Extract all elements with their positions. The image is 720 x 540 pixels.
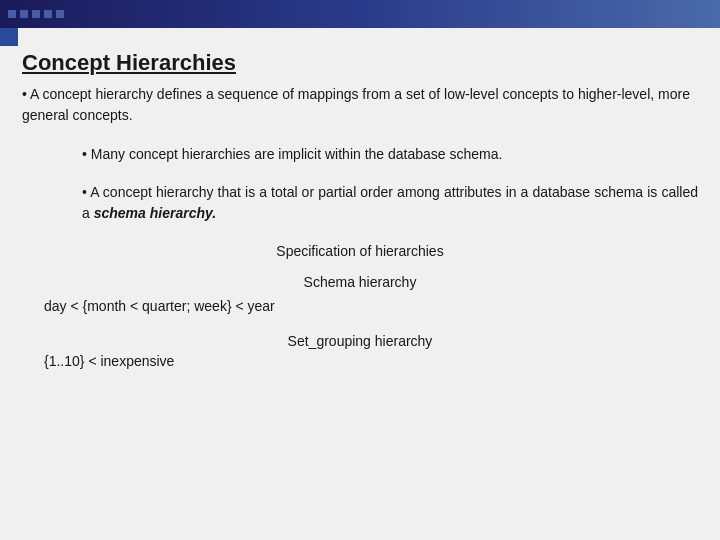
intro-paragraph: • A concept hierarchy defines a sequence…: [22, 84, 698, 126]
set-grouping-title: Set_grouping hierarchy: [22, 333, 698, 349]
set-grouping-example: {1..10} < inexpensive: [22, 353, 698, 369]
corner-decoration: [0, 28, 18, 46]
content-area: Concept Hierarchies • A concept hierarch…: [0, 28, 720, 540]
dot-1: [8, 10, 16, 18]
schema-hierarchy-block: Schema hierarchy day < {month < quarter;…: [22, 271, 698, 319]
schema-hierarchy-title: Schema hierarchy: [22, 271, 698, 295]
bullet2-italic: schema hierarchy.: [94, 205, 216, 221]
section-title: Specification of hierarchies: [22, 243, 698, 259]
schema-hierarchy-example: day < {month < quarter; week} < year: [22, 295, 698, 319]
bullet1-block: • Many concept hierarchies are implicit …: [22, 144, 698, 166]
top-bar-dots: [8, 10, 64, 18]
bullet2-block: • A concept hierarchy that is a total or…: [22, 182, 698, 225]
dot-3: [32, 10, 40, 18]
bullet1-text: • Many concept hierarchies are implicit …: [82, 144, 698, 166]
slide-container: Concept Hierarchies • A concept hierarch…: [0, 0, 720, 540]
bullet2-text: • A concept hierarchy that is a total or…: [82, 182, 698, 225]
top-bar: [0, 0, 720, 28]
dot-5: [56, 10, 64, 18]
set-grouping-block: Set_grouping hierarchy {1..10} < inexpen…: [22, 333, 698, 369]
dot-4: [44, 10, 52, 18]
dot-2: [20, 10, 28, 18]
slide-title: Concept Hierarchies: [22, 50, 698, 76]
